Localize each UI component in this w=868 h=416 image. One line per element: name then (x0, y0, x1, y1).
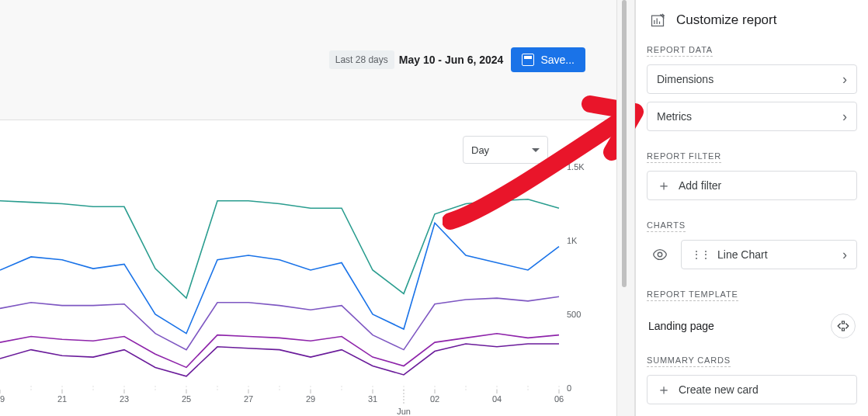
metrics-label: Metrics (657, 110, 692, 123)
section-report-filter: REPORT FILTER (647, 151, 721, 163)
chevron-down-icon (532, 148, 540, 152)
create-card-button[interactable]: ＋ Create new card (647, 375, 857, 404)
add-filter-label: Add filter (679, 179, 721, 192)
line-chart: 05001K1.5K19212325272931020406Jun (0, 120, 606, 415)
section-report-data: REPORT DATA (647, 45, 713, 57)
customize-panel: Customize report REPORT DATA Dimensions … (635, 0, 868, 416)
chevron-right-icon: › (842, 248, 847, 262)
svg-text:25: 25 (182, 394, 191, 404)
create-card-label: Create new card (679, 383, 759, 396)
chevron-right-icon: › (842, 72, 847, 86)
chart-type-select[interactable]: ⋮⋮ Line Chart › (681, 240, 857, 269)
date-range-text: May 10 - Jun 6, 2024 (399, 54, 504, 66)
svg-text:1K: 1K (567, 236, 578, 245)
svg-text:1.5K: 1.5K (567, 162, 585, 172)
plus-icon: ＋ (657, 179, 671, 192)
svg-rect-50 (842, 328, 845, 331)
save-icon (522, 54, 534, 66)
eye-icon (651, 246, 668, 263)
scroll-gutter (616, 0, 635, 416)
save-button[interactable]: Save... (511, 47, 585, 72)
svg-text:02: 02 (430, 394, 439, 404)
svg-point-48 (658, 252, 662, 257)
chart-area: Day 05001K1.5K19212325272931020406Jun (0, 120, 616, 415)
date-range-picker[interactable]: Last 28 days May 10 - Jun 6, 2024 (329, 50, 504, 69)
swap-icon (836, 319, 850, 333)
plus-icon: ＋ (657, 383, 671, 397)
granularity-value: Day (471, 144, 489, 156)
metrics-button[interactable]: Metrics › (647, 102, 857, 131)
svg-text:21: 21 (57, 394, 67, 404)
section-charts: CHARTS (647, 220, 686, 232)
svg-text:27: 27 (244, 394, 253, 404)
svg-text:04: 04 (492, 394, 502, 404)
svg-text:0: 0 (567, 383, 571, 393)
visibility-toggle[interactable] (647, 240, 673, 269)
scrollbar-thumb[interactable] (622, 0, 627, 287)
svg-text:500: 500 (567, 310, 581, 319)
section-report-template: REPORT TEMPLATE (647, 289, 738, 301)
panel-title: Customize report (676, 12, 776, 28)
swap-template-button[interactable] (831, 314, 856, 338)
dimensions-button[interactable]: Dimensions › (647, 64, 857, 94)
drag-handle-icon: ⋮⋮ (691, 248, 710, 261)
main-report-area: Last 28 days May 10 - Jun 6, 2024 Save..… (0, 0, 616, 416)
template-name: Landing page (648, 320, 714, 332)
svg-rect-44 (652, 16, 664, 26)
granularity-select[interactable]: Day (463, 136, 548, 164)
add-filter-button[interactable]: ＋ Add filter (647, 171, 857, 200)
svg-text:19: 19 (0, 394, 5, 404)
section-summary-cards: SUMMARY CARDS (647, 355, 731, 367)
chevron-right-icon: › (842, 109, 847, 123)
dimensions-label: Dimensions (657, 73, 713, 85)
svg-text:Jun: Jun (397, 407, 411, 415)
svg-text:06: 06 (554, 394, 564, 404)
svg-text:29: 29 (306, 394, 315, 404)
range-hint-pill: Last 28 days (329, 50, 394, 69)
report-header: Last 28 days May 10 - Jun 6, 2024 Save..… (0, 0, 616, 120)
save-button-label: Save... (540, 54, 575, 66)
customize-icon (650, 12, 665, 28)
svg-text:31: 31 (368, 394, 377, 404)
chart-type-label: Line Chart (717, 248, 768, 261)
svg-text:23: 23 (120, 394, 129, 404)
svg-rect-49 (842, 321, 845, 324)
